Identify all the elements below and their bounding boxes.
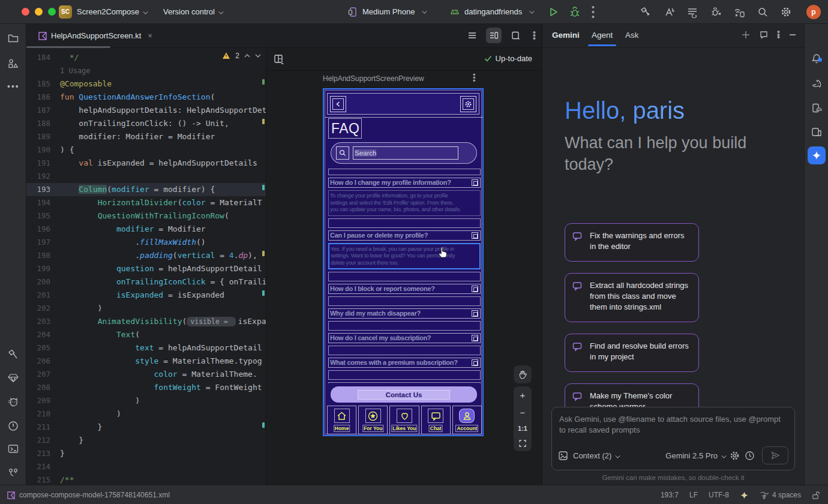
code-line[interactable]: 1 Usage	[26, 64, 266, 77]
build-icon[interactable]	[7, 348, 19, 360]
code-line[interactable]: 203 AnimatedVisibility(visible = isExpan…	[26, 315, 266, 328]
code-line[interactable]: 193 Column(modifier = modifier) {	[26, 183, 266, 196]
zoom-actual-size-button[interactable]: 1:1	[518, 425, 527, 432]
expand-checkbox-icon[interactable]	[472, 359, 478, 366]
code-line[interactable]: 204 Text(	[26, 328, 266, 341]
context-selector[interactable]: Context (2)	[573, 451, 619, 460]
code-line[interactable]: 192	[26, 170, 266, 183]
gemini-prompt-input[interactable]	[552, 407, 794, 443]
expand-checkbox-icon[interactable]	[472, 335, 478, 341]
tab-helpandsupportscreen[interactable]: HelpAndSupportScreen.kt ×	[32, 24, 158, 47]
hide-panel-icon[interactable]	[788, 31, 797, 39]
profiler-icon[interactable]	[710, 6, 722, 18]
status-file-name[interactable]: compose-compose-model-1758748140651.xml	[19, 491, 170, 499]
version-control-icon[interactable]	[7, 467, 19, 479]
code-line[interactable]: 196 modifier = Modifier	[26, 223, 266, 236]
gemini-settings-icon[interactable]	[730, 451, 740, 461]
device-pairing-icon[interactable]	[733, 6, 745, 18]
code-line[interactable]: 197 .fillMaxWidth()	[26, 236, 266, 249]
code-line[interactable]: 202 )	[26, 302, 266, 315]
code-line[interactable]: 189 modifier: Modifier = Modifier	[26, 130, 266, 143]
gemini-input-box[interactable]: Context (2) Gemini 2.5 Pro	[551, 407, 795, 470]
tab-ask[interactable]: Ask	[625, 31, 639, 40]
resource-manager-icon[interactable]	[7, 58, 19, 70]
code-line[interactable]: 210 )	[26, 407, 266, 421]
project-selector[interactable]: Screen2Compose	[77, 0, 146, 24]
stripe-mark[interactable]	[262, 185, 265, 190]
faq-answer[interactable]: To change your profile information, go t…	[328, 190, 481, 216]
tab-close-icon[interactable]: ×	[148, 31, 152, 40]
todo-list-icon[interactable]	[686, 6, 698, 18]
nav-item-likes-you[interactable]: Likes You	[389, 406, 419, 434]
running-devices-icon[interactable]	[811, 103, 823, 115]
indent-setting[interactable]: 4 spaces	[760, 491, 801, 500]
next-warning-icon[interactable]	[255, 53, 261, 58]
code-line[interactable]: 195 QuestionWithTrailingIconRow(	[26, 209, 266, 223]
caret-position[interactable]: 193:7	[661, 491, 679, 499]
code-line[interactable]: 198 .padding(vertical = 4.dp),	[26, 249, 266, 262]
preview-options-button[interactable]: •••	[473, 73, 476, 82]
code-view-button[interactable]	[464, 28, 480, 43]
code-editor[interactable]: 184 */1 Usage185@Composable186fun Questi…	[26, 48, 266, 485]
attach-image-icon[interactable]	[558, 451, 568, 461]
suggestion-card[interactable]: Find and resolve build errors in my proj…	[565, 334, 699, 372]
back-button[interactable]	[330, 96, 346, 112]
code-line[interactable]: 190) {	[26, 143, 266, 157]
editor-options-button[interactable]: •••	[529, 31, 536, 40]
expand-checkbox-icon[interactable]	[472, 286, 478, 292]
debug-button[interactable]	[569, 6, 581, 18]
gradle-icon[interactable]	[811, 78, 823, 90]
tab-agent[interactable]: Agent	[592, 31, 613, 40]
unlocked-icon[interactable]	[812, 491, 820, 500]
more-tool-windows-icon[interactable]: •••	[7, 82, 19, 94]
faq-question[interactable]: How do I cancel my subscription?	[328, 333, 481, 343]
suggestion-card[interactable]: Fix the warnings and errors in the edito…	[565, 223, 699, 262]
expand-checkbox-icon[interactable]	[472, 179, 478, 186]
send-button[interactable]	[762, 446, 788, 464]
code-line[interactable]: 208 fontWeight = FontWeight	[26, 381, 266, 394]
code-line[interactable]: 215/**	[26, 473, 266, 485]
logcat-icon[interactable]	[7, 396, 19, 408]
code-line[interactable]: 188 onTrailingIconClick: () -> Unit,	[26, 117, 266, 130]
faq-question[interactable]: Why did my match disappear?	[328, 308, 481, 319]
code-line[interactable]: 211 }	[26, 421, 266, 434]
contact-us-button[interactable]: Contact Us	[331, 386, 477, 403]
stripe-mark[interactable]	[262, 79, 265, 85]
chat-history-icon[interactable]	[759, 30, 769, 40]
code-line[interactable]: 201 isExpanded = isExpanded	[26, 289, 266, 302]
faq-question[interactable]: What comes with a premium subscription?	[328, 358, 481, 368]
gemini-options-button[interactable]: •••	[777, 31, 780, 39]
search-input[interactable]: Search	[353, 146, 458, 160]
nav-item-chat[interactable]: Chat	[421, 406, 451, 434]
preview-layout-icon[interactable]	[274, 54, 284, 65]
split-view-button[interactable]	[486, 28, 502, 43]
code-line[interactable]: 187 helpAndSupportDetails: HelpAndSuppor…	[26, 104, 266, 117]
zoom-to-fit-button[interactable]	[518, 439, 527, 448]
design-view-button[interactable]	[508, 28, 523, 43]
prev-warning-icon[interactable]	[244, 53, 250, 58]
pan-tool-button[interactable]	[514, 365, 532, 383]
window-minimize-button[interactable]	[35, 8, 43, 16]
expand-checkbox-icon[interactable]	[472, 310, 478, 317]
code-line[interactable]: 212 }	[26, 434, 266, 447]
code-line[interactable]: 209 )	[26, 394, 266, 407]
nav-item-account[interactable]: Account	[452, 406, 482, 434]
suggestion-card[interactable]: Extract all hardcoded strings from this …	[565, 273, 699, 322]
stripe-mark[interactable]	[262, 251, 265, 256]
settings-gear-button[interactable]	[460, 96, 476, 112]
settings-icon[interactable]	[780, 6, 792, 18]
project-folder-icon[interactable]	[7, 32, 19, 44]
window-zoom-button[interactable]	[48, 8, 56, 16]
problems-icon[interactable]	[7, 420, 19, 432]
code-line[interactable]: 213}	[26, 447, 266, 460]
branch-selector[interactable]: datingandfriends	[449, 0, 533, 24]
vcs-menu[interactable]: Version control	[163, 0, 222, 24]
inspection-widget[interactable]: 2	[222, 52, 261, 60]
code-line[interactable]: 199 question = helpAndSupportDetail	[26, 262, 266, 275]
code-line[interactable]: 205 text = helpAndSupportDetail	[26, 341, 266, 355]
new-chat-icon[interactable]	[741, 30, 751, 40]
user-avatar[interactable]: p	[806, 5, 821, 19]
nav-item-for-you[interactable]: For You	[358, 406, 388, 434]
app-quality-insights-icon[interactable]	[7, 372, 19, 384]
code-line[interactable]: 191 val isExpanded = helpAndSupportDetai…	[26, 157, 266, 170]
